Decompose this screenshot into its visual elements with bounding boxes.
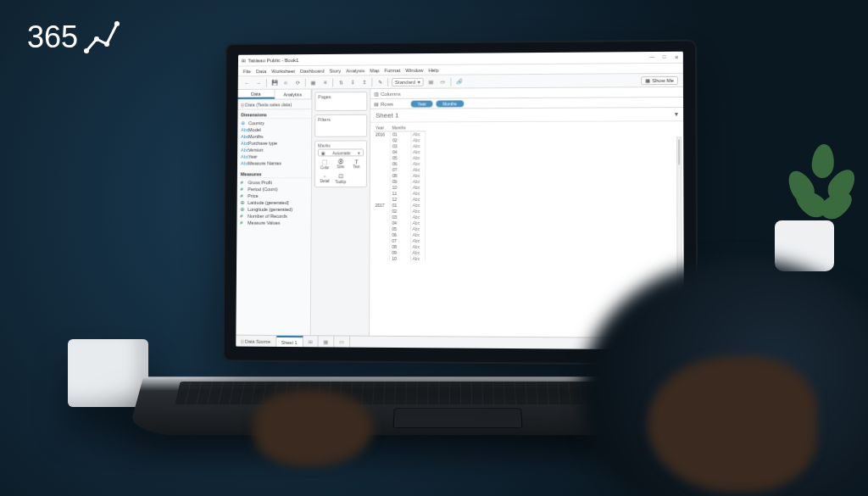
new-story-icon: ▭ <box>339 339 344 344</box>
sort-desc-button[interactable]: ↥ <box>360 78 369 86</box>
new-dashboard-tab[interactable]: ▦ <box>318 336 334 347</box>
menu-window[interactable]: Window <box>405 67 423 72</box>
cell-year <box>374 167 390 173</box>
cell-year <box>373 255 389 261</box>
cell-year <box>374 155 390 161</box>
share-button[interactable]: 🔗 <box>455 77 464 86</box>
separator <box>451 77 452 86</box>
dimension-field[interactable]: AbcMeasure Names <box>237 159 311 166</box>
menu-worksheet[interactable]: Worksheet <box>271 68 295 73</box>
forward-button[interactable]: → <box>254 79 263 87</box>
show-me-button[interactable]: ▦ Show Me <box>641 75 678 84</box>
cell-year <box>373 237 389 243</box>
svg-point-2 <box>104 42 109 47</box>
field-type-icon: ⊕ <box>240 207 246 212</box>
measure-field[interactable]: #Period (Count) <box>237 186 311 192</box>
table-row: 09Abc <box>374 179 426 185</box>
cell-year <box>374 173 390 179</box>
sheet-title[interactable]: Sheet 1 <box>376 112 398 120</box>
tab-data-source[interactable]: ⌸ Data Source <box>236 336 276 347</box>
sort-asc-button[interactable]: ↧ <box>348 78 357 86</box>
cell-placeholder: Abc <box>410 167 426 173</box>
measure-field[interactable]: #Gross Profit <box>237 179 311 186</box>
highlight-button[interactable]: ✎ <box>376 78 384 86</box>
measure-field[interactable]: ⊕Latitude (generated) <box>237 199 311 206</box>
fit-dropdown[interactable]: Standard ▾ <box>392 77 424 86</box>
menu-story[interactable]: Story <box>330 68 342 73</box>
pages-shelf[interactable]: Pages <box>314 92 367 111</box>
data-pane: Data Analytics ⌸ Data (Tesla sales data)… <box>236 89 312 335</box>
sheet-tab-label: Sheet 1 <box>281 339 298 344</box>
marks-label: Marks <box>318 142 364 148</box>
filters-shelf[interactable]: Filters <box>314 114 367 137</box>
pill-months[interactable]: Months <box>437 100 464 107</box>
cards-toggle-button[interactable]: ▤ <box>427 77 436 86</box>
tab-data[interactable]: Data <box>238 90 275 99</box>
clear-button[interactable]: ✕ <box>320 78 329 86</box>
chevron-down-icon[interactable]: ▾ <box>675 110 678 118</box>
menu-data[interactable]: Data <box>256 69 266 74</box>
datasource-icon: ⌸ <box>241 102 243 107</box>
cell-year <box>373 243 389 249</box>
tab-analytics[interactable]: Analytics <box>275 89 312 98</box>
marks-type-dropdown[interactable]: ▣ Automatic ▾ <box>318 148 364 156</box>
measure-field[interactable]: ⊕Longitude (generated) <box>237 206 311 213</box>
mark-detail-button[interactable]: ◦Detail <box>318 172 332 185</box>
refresh-button[interactable]: ⟳ <box>293 78 302 86</box>
dimension-field[interactable]: AbcVersion <box>237 147 311 153</box>
menu-dashboard[interactable]: Dashboard <box>300 68 325 73</box>
cell-month: 06 <box>390 161 410 167</box>
datasource-tab-label: Data Source <box>245 338 270 343</box>
cell-year <box>373 231 389 237</box>
cell-year <box>374 143 390 149</box>
tab-sheet-1[interactable]: Sheet 1 <box>276 336 303 347</box>
back-button[interactable]: ← <box>243 79 252 87</box>
new-worksheet-tab[interactable]: ⊞ <box>303 336 318 347</box>
window-close-button[interactable]: ✕ <box>673 54 680 60</box>
field-label: Purchase type <box>248 141 277 146</box>
menu-file[interactable]: File <box>243 69 251 74</box>
menu-help[interactable]: Help <box>428 67 438 72</box>
tableau-window: ⊞ Tableau Public - Book1 — □ ✕ File Data… <box>236 52 684 350</box>
cell-placeholder: Abc <box>410 220 426 226</box>
dimension-field[interactable]: AbcYear <box>237 153 311 160</box>
window-maximize-button[interactable]: □ <box>660 54 667 60</box>
mark-icon: ◦ <box>324 173 326 179</box>
datasource-row[interactable]: ⌸ Data (Tesla sales data) <box>238 99 312 109</box>
mark-label: Size <box>337 164 345 169</box>
separator <box>332 78 333 86</box>
cell-month: 07 <box>390 237 410 243</box>
separator <box>305 78 306 86</box>
mark-text-button[interactable]: TText <box>349 158 364 170</box>
field-type-icon: ⊕ <box>241 200 247 205</box>
cell-placeholder: Abc <box>410 173 426 179</box>
new-worksheet-button[interactable]: ▦ <box>309 78 318 86</box>
menu-format[interactable]: Format <box>385 68 401 73</box>
swap-button[interactable]: ⇅ <box>337 78 345 86</box>
measure-field[interactable]: #Number of Records <box>236 213 310 220</box>
field-type-icon: Abc <box>241 141 247 146</box>
mark-color-button[interactable]: ⬚Color <box>318 158 332 170</box>
cell-month: 05 <box>390 226 410 231</box>
col-header-value <box>411 124 426 131</box>
table-row: 02Abc <box>374 208 426 214</box>
mark-size-button[interactable]: ⦿Size <box>334 158 348 170</box>
menu-analysis[interactable]: Analysis <box>346 68 364 73</box>
new-datasource-button[interactable]: ⎋ <box>281 78 290 86</box>
window-minimize-button[interactable]: — <box>648 54 655 60</box>
cell-placeholder: Abc <box>410 249 426 255</box>
pill-year[interactable]: Year <box>411 100 433 107</box>
dimension-field[interactable]: AbcPurchase type <box>237 140 311 147</box>
measure-field[interactable]: #Price <box>237 192 311 199</box>
save-button[interactable]: 💾 <box>270 78 279 86</box>
dimensions-header: Dimensions <box>237 109 311 119</box>
mark-tooltip-button[interactable]: ⊡Tooltip <box>333 172 348 185</box>
presentation-button[interactable]: ▭ <box>439 77 448 86</box>
new-story-tab[interactable]: ▭ <box>334 336 350 347</box>
measure-field[interactable]: #Measure Values <box>236 220 310 226</box>
decor-hand-left <box>254 390 373 466</box>
mark-icon: ⬚ <box>322 159 328 165</box>
menu-map[interactable]: Map <box>370 68 380 73</box>
field-label: Measure Values <box>248 220 281 226</box>
field-label: Version <box>248 148 264 153</box>
